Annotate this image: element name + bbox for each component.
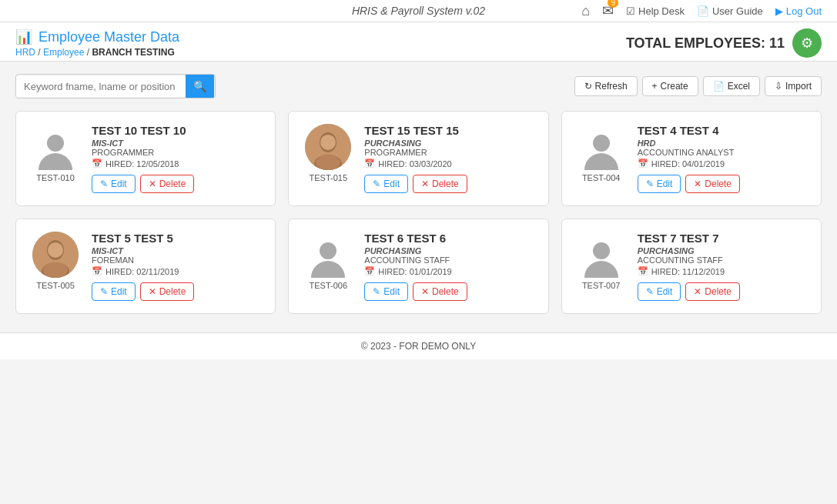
edit-icon: ✎: [100, 179, 108, 189]
edit-button[interactable]: ✎ Edit: [638, 282, 681, 301]
delete-button[interactable]: ✕ Delete: [685, 175, 740, 193]
employee-position: PROGRAMMER: [92, 148, 263, 157]
card-avatar: TEST-010: [28, 124, 82, 182]
edit-icon: ✎: [646, 286, 654, 297]
delete-button[interactable]: ✕ Delete: [685, 282, 740, 301]
edit-button[interactable]: ✎ Edit: [364, 282, 408, 301]
edit-button[interactable]: ✎ Edit: [364, 175, 408, 193]
svg-point-3: [320, 135, 336, 150]
card-info: TEST 4 TEST 4 HRD ACCOUNTING ANALYST 📅 H…: [638, 124, 809, 193]
card-info: TEST 5 TEST 5 MIS-ICT FOREMAN 📅 HIRED: 0…: [92, 232, 263, 301]
card-actions: ✎ Edit ✕ Delete: [92, 282, 263, 301]
svg-point-8: [48, 242, 63, 258]
delete-button[interactable]: ✕ Delete: [413, 175, 467, 193]
card-actions: ✎ Edit ✕ Delete: [638, 175, 809, 193]
create-button[interactable]: + Create: [642, 76, 698, 96]
edit-icon: ✎: [646, 179, 654, 189]
employee-name: TEST 4 TEST 4: [638, 124, 809, 137]
calendar-icon: 📅: [364, 159, 375, 169]
employee-name: TEST 10 TEST 10: [92, 124, 263, 137]
employee-id: TEST-010: [36, 173, 75, 182]
employee-id: TEST-007: [582, 281, 621, 290]
edit-button[interactable]: ✎ Edit: [92, 282, 136, 301]
page-header-left: 📊 Employee Master Data HRD / Employee / …: [15, 28, 179, 58]
calendar-icon: 📅: [638, 159, 648, 169]
toolbar: 🔍 ↻ Refresh + Create 📄 Excel ⇩ Import: [15, 74, 822, 98]
employee-department: MIS-ICT: [92, 246, 263, 255]
search-input[interactable]: [16, 76, 186, 97]
employee-hired: 📅 HIRED: 12/05/2018: [92, 159, 263, 169]
employee-id: TEST-015: [310, 173, 348, 182]
calendar-icon: 📅: [92, 266, 102, 276]
delete-button[interactable]: ✕ Delete: [140, 282, 195, 301]
employee-card: TEST-005 TEST 5 TEST 5 MIS-ICT FOREMAN 📅…: [15, 219, 276, 314]
edit-button[interactable]: ✎ Edit: [638, 175, 681, 193]
settings-button[interactable]: ⚙: [792, 28, 822, 58]
edit-icon: ✎: [373, 179, 380, 189]
card-actions: ✎ Edit ✕ Delete: [364, 175, 535, 193]
employee-department: HRD: [638, 139, 809, 148]
card-actions: ✎ Edit ✕ Delete: [364, 282, 535, 301]
search-group: 🔍: [15, 74, 216, 98]
footer: © 2023 - FOR DEMO ONLY: [0, 332, 837, 359]
employee-position: ACCOUNTING STAFF: [364, 255, 535, 265]
employee-name: TEST 15 TEST 15: [364, 124, 535, 137]
employee-card: TEST-010 TEST 10 TEST 10 MIS-ICT PROGRAM…: [15, 111, 276, 206]
calendar-icon: 📅: [92, 159, 102, 169]
userguide-link[interactable]: 📄 User Guide: [697, 5, 763, 17]
employee-department: PURCHASING: [364, 246, 535, 255]
employee-hired: 📅 HIRED: 01/01/2019: [364, 266, 535, 276]
delete-button[interactable]: ✕ Delete: [140, 175, 195, 193]
card-info: TEST 15 TEST 15 PURCHASING PROGRAMMER 📅 …: [364, 124, 535, 193]
notification-icon[interactable]: ✉ 9: [602, 2, 614, 19]
edit-button[interactable]: ✎ Edit: [92, 175, 136, 193]
employee-name: TEST 5 TEST 5: [92, 232, 263, 245]
page-header: 📊 Employee Master Data HRD / Employee / …: [0, 22, 837, 62]
excel-icon: 📄: [713, 81, 725, 92]
employee-card: TEST-004 TEST 4 TEST 4 HRD ACCOUNTING AN…: [561, 111, 822, 206]
employee-name: TEST 6 TEST 6: [364, 232, 535, 245]
breadcrumb-employee[interactable]: Employee: [43, 47, 84, 58]
breadcrumb-hrd[interactable]: HRD: [15, 47, 35, 58]
logout-link[interactable]: ▶ Log Out: [775, 5, 822, 17]
delete-button[interactable]: ✕ Delete: [413, 282, 467, 301]
x-icon: ✕: [149, 286, 156, 297]
employee-card: TEST-015 TEST 15 TEST 15 PURCHASING PROG…: [288, 111, 548, 206]
employee-grid: TEST-010 TEST 10 TEST 10 MIS-ICT PROGRAM…: [15, 111, 822, 314]
employee-name: TEST 7 TEST 7: [638, 232, 809, 245]
card-actions: ✎ Edit ✕ Delete: [92, 175, 263, 193]
import-button[interactable]: ⇩ Import: [765, 76, 822, 96]
refresh-icon: ↻: [584, 81, 592, 92]
employee-position: PROGRAMMER: [364, 148, 535, 157]
employee-department: PURCHASING: [638, 246, 809, 255]
card-info: TEST 10 TEST 10 MIS-ICT PROGRAMMER 📅 HIR…: [92, 124, 263, 193]
x-icon: ✕: [694, 179, 701, 189]
employee-position: ACCOUNTING STAFF: [638, 255, 809, 265]
employee-hired: 📅 HIRED: 11/12/2019: [638, 266, 809, 276]
card-actions: ✎ Edit ✕ Delete: [638, 282, 809, 301]
card-avatar: TEST-004: [574, 124, 628, 182]
employee-id: TEST-004: [582, 173, 621, 182]
helpdesk-link[interactable]: ☑ Help Desk: [626, 5, 685, 17]
employee-position: FOREMAN: [92, 255, 263, 265]
total-employees-section: TOTAL EMPLOYEES: 11 ⚙: [626, 28, 822, 58]
employee-hired: 📅 HIRED: 02/11/2019: [92, 266, 263, 276]
action-buttons: ↻ Refresh + Create 📄 Excel ⇩ Import: [574, 76, 822, 96]
topnav-actions: ⌂ ✉ 9 ☑ Help Desk 📄 User Guide ▶ Log Out: [581, 2, 822, 19]
employee-id: TEST-006: [310, 281, 348, 290]
employee-department: MIS-ICT: [92, 139, 263, 148]
employee-department: PURCHASING: [364, 139, 535, 148]
svg-point-9: [43, 262, 68, 278]
search-button[interactable]: 🔍: [186, 75, 214, 98]
plus-icon: +: [652, 81, 658, 92]
excel-button[interactable]: 📄 Excel: [703, 76, 760, 96]
edit-icon: ✎: [100, 286, 108, 297]
employee-id: TEST-005: [36, 281, 75, 290]
x-icon: ✕: [149, 179, 156, 189]
x-icon: ✕: [421, 286, 429, 297]
refresh-button[interactable]: ↻ Refresh: [574, 76, 638, 96]
home-icon[interactable]: ⌂: [581, 3, 590, 19]
card-avatar: TEST-005: [28, 232, 82, 290]
employee-hired: 📅 HIRED: 03/03/2020: [364, 159, 535, 169]
x-icon: ✕: [694, 286, 701, 297]
